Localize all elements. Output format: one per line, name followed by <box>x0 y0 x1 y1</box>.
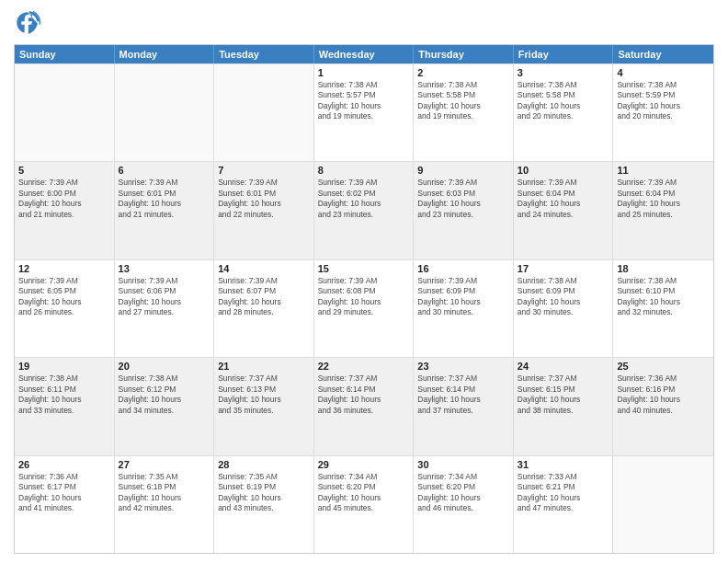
cal-cell: 13Sunrise: 7:39 AM Sunset: 6:06 PM Dayli… <box>115 260 215 357</box>
cal-cell: 20Sunrise: 7:38 AM Sunset: 6:12 PM Dayli… <box>115 358 215 454</box>
day-number: 23 <box>417 361 509 372</box>
cal-cell: 29Sunrise: 7:34 AM Sunset: 6:20 PM Dayli… <box>314 456 415 553</box>
day-number: 26 <box>18 459 110 470</box>
day-number: 3 <box>518 67 609 78</box>
cal-cell: 31Sunrise: 7:33 AM Sunset: 6:21 PM Dayli… <box>514 456 614 553</box>
header <box>14 9 714 37</box>
cal-cell: 8Sunrise: 7:39 AM Sunset: 6:02 PM Daylig… <box>314 162 415 259</box>
day-number: 12 <box>18 263 110 274</box>
cal-cell: 24Sunrise: 7:37 AM Sunset: 6:15 PM Dayli… <box>514 358 614 454</box>
day-info: Sunrise: 7:39 AM Sunset: 6:02 PM Dayligh… <box>318 178 410 220</box>
calendar: SundayMondayTuesdayWednesdayThursdayFrid… <box>14 44 714 554</box>
week-row-1: 1Sunrise: 7:38 AM Sunset: 5:57 PM Daylig… <box>15 63 713 161</box>
header-day-wednesday: Wednesday <box>314 45 415 63</box>
day-number: 24 <box>518 361 609 372</box>
day-info: Sunrise: 7:37 AM Sunset: 6:14 PM Dayligh… <box>417 373 509 416</box>
day-number: 14 <box>218 263 310 274</box>
cal-cell: 28Sunrise: 7:35 AM Sunset: 6:19 PM Dayli… <box>214 456 314 553</box>
calendar-header: SundayMondayTuesdayWednesdayThursdayFrid… <box>15 45 713 63</box>
week-row-3: 12Sunrise: 7:39 AM Sunset: 6:05 PM Dayli… <box>15 259 713 357</box>
day-info: Sunrise: 7:37 AM Sunset: 6:15 PM Dayligh… <box>518 373 609 416</box>
cal-cell: 10Sunrise: 7:39 AM Sunset: 6:04 PM Dayli… <box>514 162 614 259</box>
cal-cell: 15Sunrise: 7:39 AM Sunset: 6:08 PM Dayli… <box>314 260 415 357</box>
day-number: 22 <box>318 361 410 372</box>
day-number: 13 <box>119 263 210 274</box>
day-info: Sunrise: 7:35 AM Sunset: 6:19 PM Dayligh… <box>218 472 310 514</box>
cal-cell: 17Sunrise: 7:38 AM Sunset: 6:09 PM Dayli… <box>514 260 614 357</box>
header-day-tuesday: Tuesday <box>214 45 314 63</box>
logo <box>14 9 45 37</box>
cal-cell: 3Sunrise: 7:38 AM Sunset: 5:58 PM Daylig… <box>514 64 614 161</box>
logo-icon <box>14 9 41 37</box>
day-number: 8 <box>318 165 410 176</box>
day-number: 28 <box>218 459 310 470</box>
day-info: Sunrise: 7:39 AM Sunset: 6:08 PM Dayligh… <box>318 276 410 318</box>
day-number: 2 <box>417 67 509 78</box>
day-info: Sunrise: 7:36 AM Sunset: 6:17 PM Dayligh… <box>18 472 110 514</box>
calendar-body: 1Sunrise: 7:38 AM Sunset: 5:57 PM Daylig… <box>15 63 713 553</box>
day-number: 20 <box>119 361 210 372</box>
day-number: 6 <box>119 165 210 176</box>
cal-cell <box>115 64 215 161</box>
day-info: Sunrise: 7:37 AM Sunset: 6:14 PM Dayligh… <box>318 373 410 416</box>
day-info: Sunrise: 7:39 AM Sunset: 6:01 PM Dayligh… <box>218 178 310 220</box>
week-row-4: 19Sunrise: 7:38 AM Sunset: 6:11 PM Dayli… <box>15 357 713 454</box>
day-info: Sunrise: 7:34 AM Sunset: 6:20 PM Dayligh… <box>318 472 410 514</box>
day-number: 11 <box>617 165 710 176</box>
day-number: 25 <box>617 361 710 372</box>
header-day-friday: Friday <box>514 45 614 63</box>
day-number: 17 <box>518 263 609 274</box>
day-number: 21 <box>218 361 310 372</box>
day-number: 9 <box>417 165 509 176</box>
header-day-monday: Monday <box>115 45 215 63</box>
header-day-saturday: Saturday <box>613 45 713 63</box>
day-info: Sunrise: 7:38 AM Sunset: 5:58 PM Dayligh… <box>518 80 609 122</box>
cal-cell: 19Sunrise: 7:38 AM Sunset: 6:11 PM Dayli… <box>15 358 115 454</box>
cal-cell: 11Sunrise: 7:39 AM Sunset: 6:04 PM Dayli… <box>613 162 713 259</box>
cal-cell: 6Sunrise: 7:39 AM Sunset: 6:01 PM Daylig… <box>115 162 215 259</box>
header-day-sunday: Sunday <box>15 45 115 63</box>
cal-cell: 1Sunrise: 7:38 AM Sunset: 5:57 PM Daylig… <box>314 64 415 161</box>
cal-cell <box>15 64 115 161</box>
day-info: Sunrise: 7:38 AM Sunset: 5:57 PM Dayligh… <box>318 80 410 122</box>
day-number: 27 <box>119 459 210 470</box>
page: SundayMondayTuesdayWednesdayThursdayFrid… <box>0 0 728 563</box>
cal-cell: 12Sunrise: 7:39 AM Sunset: 6:05 PM Dayli… <box>15 260 115 357</box>
cal-cell: 4Sunrise: 7:38 AM Sunset: 5:59 PM Daylig… <box>613 64 713 161</box>
day-number: 29 <box>318 459 410 470</box>
cal-cell <box>214 64 314 161</box>
day-info: Sunrise: 7:37 AM Sunset: 6:13 PM Dayligh… <box>218 373 310 416</box>
cal-cell: 2Sunrise: 7:38 AM Sunset: 5:58 PM Daylig… <box>414 64 514 161</box>
day-number: 16 <box>417 263 509 274</box>
day-number: 15 <box>318 263 410 274</box>
day-info: Sunrise: 7:39 AM Sunset: 6:00 PM Dayligh… <box>18 178 110 220</box>
cal-cell: 27Sunrise: 7:35 AM Sunset: 6:18 PM Dayli… <box>115 456 215 553</box>
day-info: Sunrise: 7:39 AM Sunset: 6:05 PM Dayligh… <box>18 276 110 318</box>
day-info: Sunrise: 7:34 AM Sunset: 6:20 PM Dayligh… <box>417 472 509 514</box>
day-info: Sunrise: 7:39 AM Sunset: 6:07 PM Dayligh… <box>218 276 310 318</box>
day-number: 18 <box>617 263 710 274</box>
cal-cell: 7Sunrise: 7:39 AM Sunset: 6:01 PM Daylig… <box>214 162 314 259</box>
day-info: Sunrise: 7:39 AM Sunset: 6:01 PM Dayligh… <box>119 178 210 220</box>
cal-cell: 26Sunrise: 7:36 AM Sunset: 6:17 PM Dayli… <box>15 456 115 553</box>
day-info: Sunrise: 7:39 AM Sunset: 6:03 PM Dayligh… <box>417 178 509 220</box>
day-info: Sunrise: 7:38 AM Sunset: 6:11 PM Dayligh… <box>18 373 110 416</box>
cal-cell: 21Sunrise: 7:37 AM Sunset: 6:13 PM Dayli… <box>214 358 314 454</box>
cal-cell: 18Sunrise: 7:38 AM Sunset: 6:10 PM Dayli… <box>613 260 713 357</box>
cal-cell: 30Sunrise: 7:34 AM Sunset: 6:20 PM Dayli… <box>414 456 514 553</box>
day-info: Sunrise: 7:38 AM Sunset: 5:59 PM Dayligh… <box>617 80 710 122</box>
day-number: 7 <box>218 165 310 176</box>
day-number: 4 <box>617 67 710 78</box>
cal-cell <box>613 456 713 553</box>
day-number: 1 <box>318 67 410 78</box>
day-number: 10 <box>518 165 609 176</box>
day-info: Sunrise: 7:39 AM Sunset: 6:04 PM Dayligh… <box>617 178 710 220</box>
cal-cell: 5Sunrise: 7:39 AM Sunset: 6:00 PM Daylig… <box>15 162 115 259</box>
cal-cell: 22Sunrise: 7:37 AM Sunset: 6:14 PM Dayli… <box>314 358 415 454</box>
day-number: 19 <box>18 361 110 372</box>
week-row-2: 5Sunrise: 7:39 AM Sunset: 6:00 PM Daylig… <box>15 161 713 259</box>
day-info: Sunrise: 7:39 AM Sunset: 6:09 PM Dayligh… <box>417 276 509 318</box>
cal-cell: 25Sunrise: 7:36 AM Sunset: 6:16 PM Dayli… <box>613 358 713 454</box>
day-info: Sunrise: 7:39 AM Sunset: 6:04 PM Dayligh… <box>518 178 609 220</box>
cal-cell: 9Sunrise: 7:39 AM Sunset: 6:03 PM Daylig… <box>414 162 514 259</box>
